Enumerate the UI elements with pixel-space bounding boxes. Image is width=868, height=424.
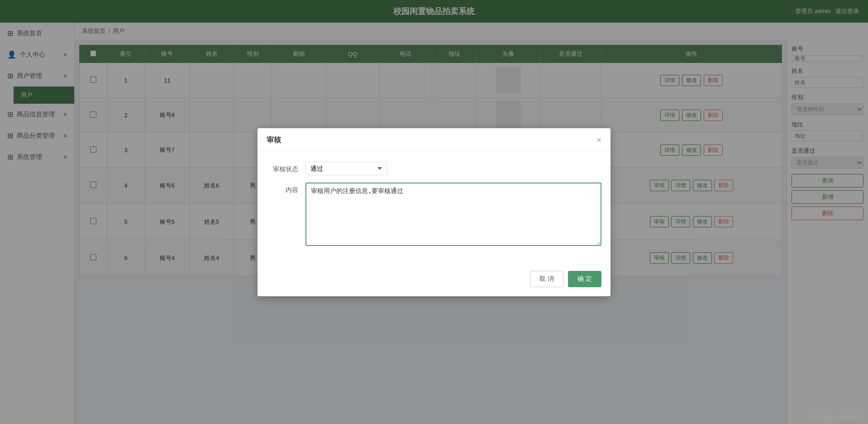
dialog-footer: 取 消 确 定: [258, 265, 610, 296]
audit-status-select[interactable]: 通过 不通过: [305, 162, 387, 175]
dialog-close-button[interactable]: ×: [596, 136, 601, 144]
confirm-dialog-button[interactable]: 确 定: [568, 271, 601, 287]
form-control-content: 审核用户的注册信息,要审核通过: [305, 183, 601, 247]
form-label-status: 审核状态: [267, 162, 298, 173]
cancel-dialog-button[interactable]: 取 消: [530, 271, 563, 287]
dialog-header: 审核 ×: [258, 128, 610, 151]
form-row-status: 审核状态 通过 不通过: [267, 162, 601, 175]
watermark: CSDN @QQ1039692211: [808, 415, 864, 420]
audit-dialog: 审核 × 审核状态 通过 不通过 内容 审核用户的注册信息,要审核通过: [258, 128, 610, 296]
audit-content-textarea[interactable]: 审核用户的注册信息,要审核通过: [305, 183, 601, 246]
form-control-status: 通过 不通过: [305, 162, 601, 175]
form-label-content: 内容: [267, 183, 298, 194]
dialog-body: 审核状态 通过 不通过 内容 审核用户的注册信息,要审核通过: [258, 151, 610, 265]
dialog-title: 审核: [267, 135, 281, 145]
form-row-content: 内容 审核用户的注册信息,要审核通过: [267, 183, 601, 247]
modal-overlay[interactable]: 审核 × 审核状态 通过 不通过 内容 审核用户的注册信息,要审核通过: [0, 0, 868, 424]
